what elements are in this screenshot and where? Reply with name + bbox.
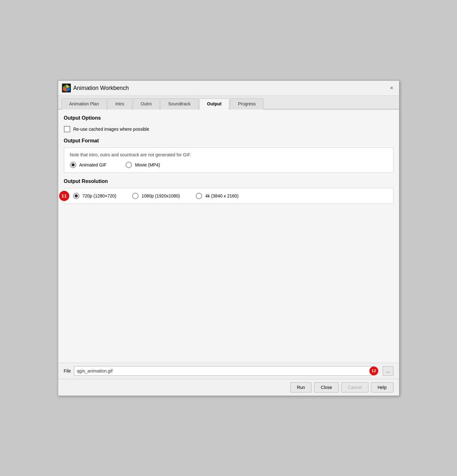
radio-inner-720p [75,194,78,197]
window-title: Animation Workbench [73,85,129,91]
cancel-button[interactable]: Cancel [341,382,368,392]
output-options-title: Output Options [64,115,393,121]
radio-720p[interactable]: 720p (1280×720) [73,193,116,199]
file-browse-button[interactable]: ... [383,366,393,376]
cache-checkbox-row: Re-use cached images where possible [64,125,393,134]
tab-soundtrack[interactable]: Soundtrack [160,98,199,110]
resolution-radio-row: 720p (1280×720) 1080p (1920x1080) 4k (38… [70,193,387,199]
radio-inner-animated-gif [71,163,75,166]
radio-outer-animated-gif [70,162,76,168]
radio-label-movie-mp4: Movie (MP4) [135,162,160,167]
step-badge-11: 11 [59,191,69,201]
file-input[interactable] [74,366,374,376]
radio-outer-4k [196,193,202,199]
tab-intro[interactable]: Intro [108,98,132,110]
cache-checkbox-label: Re-use cached images where possible [73,127,149,132]
radio-outer-720p [73,193,79,199]
radio-label-1080p: 1080p (1920x1080) [142,193,180,198]
file-input-wrapper: 12 [74,366,374,376]
close-button[interactable]: Close [314,382,339,392]
tab-progress[interactable]: Progress [230,98,263,110]
output-format-section: Output Format Note that intro, outro and… [64,138,393,173]
cache-checkbox[interactable] [64,126,70,132]
radio-1080p[interactable]: 1080p (1920x1080) [132,193,180,199]
step-badge-12: 12 [369,366,378,375]
radio-label-animated-gif: Animated GIF [79,162,107,167]
tabs-bar: Animation Plan Intro Outro Soundtrack Ou… [58,96,399,110]
radio-4k[interactable]: 4k (3840 x 2160) [196,193,238,199]
output-resolution-title: Output Resolution [64,178,393,184]
radio-movie-mp4[interactable]: Movie (MP4) [126,162,160,168]
output-resolution-box: 11 720p (1280×720) 1080p (1920x1080) [64,188,393,204]
radio-label-720p: 720p (1280×720) [83,193,116,198]
file-bar: File 12 ... [58,363,399,379]
format-radio-row: Animated GIF Movie (MP4) [70,162,387,168]
tab-animation-plan[interactable]: Animation Plan [61,98,107,110]
format-note: Note that intro, outro and sountrack are… [70,152,387,157]
radio-label-4k: 4k (3840 x 2160) [205,193,238,198]
action-bar: Run Close Cancel Help [58,379,399,396]
radio-animated-gif[interactable]: Animated GIF [70,162,107,168]
output-resolution-section: Output Resolution 11 720p (1280×720) 108… [64,178,393,204]
main-window: Animation Workbench × Animation Plan Int… [58,80,399,396]
help-button[interactable]: Help [371,382,393,392]
content-area: Output Options Re-use cached images wher… [58,110,399,363]
radio-outer-movie-mp4 [126,162,132,168]
run-button[interactable]: Run [290,382,312,392]
close-window-button[interactable]: × [388,85,395,91]
app-logo-icon [62,84,71,92]
tab-output[interactable]: Output [199,98,230,110]
file-label: File [64,368,71,373]
output-format-box: Note that intro, outro and sountrack are… [64,147,393,173]
radio-outer-1080p [132,193,139,199]
tab-outro[interactable]: Outro [133,98,160,110]
title-bar: Animation Workbench × [58,81,399,96]
output-format-title: Output Format [64,138,393,144]
